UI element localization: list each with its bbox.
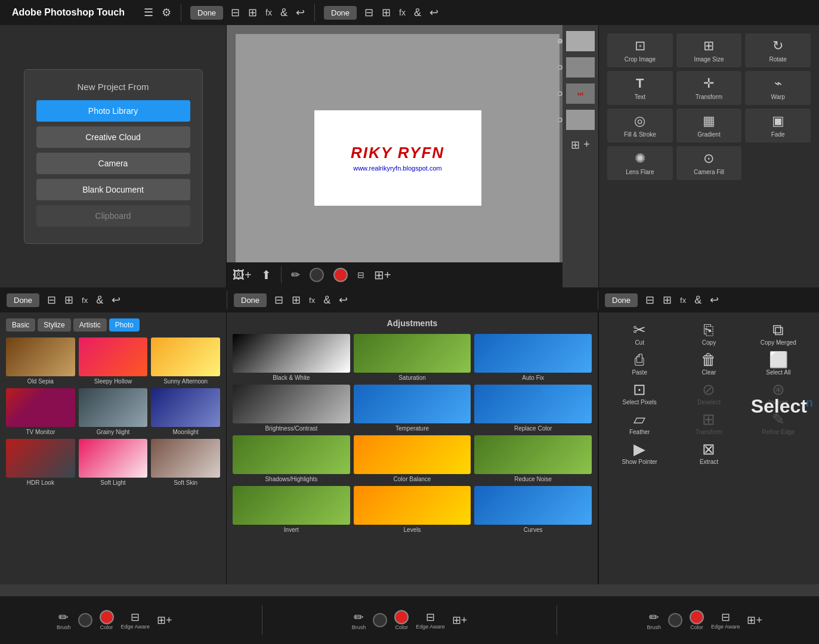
btm-color-red-1[interactable]: Color bbox=[100, 610, 114, 630]
select-refine-edge[interactable]: ✎ Refine Edge bbox=[746, 410, 811, 435]
btm-brush-1[interactable]: ✏ Brush bbox=[57, 610, 71, 630]
tool-rotate[interactable]: ↻ Rotate bbox=[745, 33, 811, 67]
btm-brush-3[interactable]: ✏ Brush bbox=[647, 610, 662, 630]
adj-reduce-noise[interactable]: Reduce Noise bbox=[474, 435, 592, 482]
mid-undo-1[interactable]: ↩ bbox=[109, 291, 123, 309]
adj-curves[interactable]: Curves bbox=[474, 486, 592, 533]
mid-done-2[interactable]: Done bbox=[234, 293, 267, 307]
layer-item-2[interactable] bbox=[566, 57, 595, 78]
filter-tv-monitor[interactable]: TV Monitor bbox=[6, 388, 75, 435]
fx-icon-1[interactable]: fx bbox=[263, 5, 274, 20]
filter-sunny-afternoon[interactable]: Sunny Afternoon bbox=[151, 338, 220, 385]
btm-layers-3[interactable]: ⊞+ bbox=[747, 614, 762, 627]
select-all[interactable]: ⬜ Select All bbox=[746, 351, 811, 376]
btm-color-dark-3[interactable] bbox=[668, 613, 682, 627]
select-extract[interactable]: ⊠ Extract bbox=[676, 440, 741, 465]
btm-edge-1[interactable]: ⊟ Edge Aware bbox=[121, 611, 150, 630]
btm-edge-3[interactable]: ⊟ Edge Aware bbox=[711, 611, 740, 630]
select-icon-2[interactable]: ⊟ bbox=[362, 4, 376, 21]
mid-adjust-3[interactable]: ⊞ bbox=[660, 291, 674, 309]
layer-item-1[interactable] bbox=[566, 31, 595, 51]
filter-moonlight[interactable]: Moonlight bbox=[151, 388, 220, 435]
edge-aware-canvas[interactable]: ⊟ bbox=[357, 270, 364, 280]
mid-amp-2[interactable]: & bbox=[321, 292, 333, 309]
tab-artistic[interactable]: Artistic bbox=[73, 318, 107, 332]
select-show-pointer[interactable]: ▶ Show Pointer bbox=[607, 440, 672, 465]
mid-fx-3[interactable]: fx bbox=[678, 293, 688, 307]
mid-select-3[interactable]: ⊟ bbox=[643, 291, 657, 309]
tool-image-size[interactable]: ⊞ Image Size bbox=[676, 33, 742, 67]
select-transform[interactable]: ⊞ Transform bbox=[676, 410, 741, 435]
adj-brightness[interactable]: Brightness/Contrast bbox=[233, 385, 350, 432]
btm-layers-2[interactable]: ⊞+ bbox=[452, 614, 468, 627]
adj-shadows[interactable]: Shadows/Highlights bbox=[233, 435, 350, 482]
filter-sleepy-hollow[interactable]: Sleepy Hollow bbox=[79, 338, 148, 385]
creative-cloud-button[interactable]: Creative Cloud bbox=[36, 126, 190, 148]
filter-old-sepia[interactable]: Old Sepia bbox=[6, 338, 75, 385]
brush-canvas-icon[interactable]: ✏ bbox=[291, 268, 300, 281]
camera-button[interactable]: Camera bbox=[36, 153, 190, 174]
select-deselect[interactable]: ⊘ Deselect bbox=[676, 380, 741, 405]
tab-photo[interactable]: Photo bbox=[109, 318, 140, 332]
btm-color-dark-1[interactable] bbox=[78, 613, 92, 627]
select-icon-1[interactable]: ⊟ bbox=[228, 4, 242, 21]
adj-black-white[interactable]: Black & White bbox=[233, 334, 350, 381]
select-paste[interactable]: ⎙ Paste bbox=[607, 351, 672, 376]
adjust-icon-1[interactable]: ⊞ bbox=[246, 4, 259, 21]
filter-hdr-look[interactable]: HDR Look bbox=[6, 439, 75, 486]
add-layer-icon[interactable]: + bbox=[583, 138, 590, 151]
select-inverse[interactable]: ⊛ Inverse bbox=[746, 380, 811, 405]
amp-icon-2[interactable]: & bbox=[412, 4, 424, 21]
adj-replace-color[interactable]: Replace Color bbox=[474, 385, 592, 432]
canvas-inner[interactable]: RIKY RYFN www.realrikyryfn.blogspot.com bbox=[314, 110, 481, 206]
tool-fill-stroke[interactable]: ◎ Fill & Stroke bbox=[607, 109, 673, 143]
mid-amp-1[interactable]: & bbox=[94, 292, 106, 309]
undo-icon-1[interactable]: ↩ bbox=[293, 4, 307, 21]
select-pixels[interactable]: ⊡ Select Pixels bbox=[607, 380, 672, 405]
tool-warp[interactable]: ⌁ Warp bbox=[745, 71, 811, 105]
mid-adjust-2[interactable]: ⊞ bbox=[289, 291, 303, 309]
mid-done-3[interactable]: Done bbox=[605, 293, 638, 307]
btm-color-dark-2[interactable] bbox=[373, 613, 387, 627]
select-copy[interactable]: ⎘ Copy bbox=[676, 321, 741, 346]
adj-temperature[interactable]: Temperature bbox=[354, 385, 471, 432]
btm-color-red-2[interactable]: Color bbox=[394, 610, 409, 630]
adj-color-balance[interactable]: Color Balance bbox=[354, 435, 471, 482]
color-red-dot[interactable] bbox=[333, 268, 348, 282]
btm-color-red-3[interactable]: Color bbox=[690, 610, 704, 630]
mid-select-1[interactable]: ⊟ bbox=[45, 291, 58, 309]
filter-grainy-night[interactable]: Grainy Night bbox=[79, 388, 148, 435]
undo-icon-2[interactable]: ↩ bbox=[427, 4, 441, 21]
amp-icon-1[interactable]: & bbox=[278, 4, 290, 21]
btm-layers-1[interactable]: ⊞+ bbox=[157, 614, 172, 627]
tool-transform[interactable]: ✛ Transform bbox=[676, 71, 742, 105]
share-icon[interactable]: ⬆ bbox=[261, 268, 271, 282]
photo-library-button[interactable]: Photo Library bbox=[36, 100, 190, 122]
blank-document-button[interactable]: Blank Document bbox=[36, 179, 190, 200]
color-dark-dot[interactable] bbox=[310, 268, 324, 282]
mid-fx-2[interactable]: fx bbox=[307, 293, 317, 307]
layer-item-3[interactable]: txt bbox=[566, 83, 595, 104]
fx-icon-2[interactable]: fx bbox=[397, 5, 408, 20]
mid-amp-3[interactable]: & bbox=[692, 292, 704, 309]
mid-undo-3[interactable]: ↩ bbox=[707, 291, 721, 309]
select-feather[interactable]: ▱ Feather bbox=[607, 410, 672, 435]
tab-basic[interactable]: Basic bbox=[6, 318, 35, 332]
btm-edge-2[interactable]: ⊟ Edge Aware bbox=[416, 611, 444, 630]
select-copy-merged[interactable]: ⧉ Copy Merged bbox=[746, 321, 811, 346]
adj-auto-fix[interactable]: Auto Fix bbox=[474, 334, 592, 381]
clipboard-button[interactable]: Clipboard bbox=[36, 205, 190, 227]
done-button-2[interactable]: Done bbox=[324, 6, 357, 20]
btm-brush-2[interactable]: ✏ Brush bbox=[352, 610, 366, 630]
mid-done-1[interactable]: Done bbox=[7, 293, 39, 307]
filter-soft-skin[interactable]: Soft Skin bbox=[151, 439, 220, 486]
tool-crop[interactable]: ⊡ Crop Image bbox=[607, 33, 673, 67]
filter-soft-light[interactable]: Soft Light bbox=[79, 439, 148, 486]
settings-icon[interactable]: ⚙ bbox=[159, 4, 174, 21]
tab-stylize[interactable]: Stylize bbox=[38, 318, 70, 332]
tool-text[interactable]: T Text bbox=[607, 71, 673, 105]
adj-saturation[interactable]: Saturation bbox=[354, 334, 471, 381]
select-cut[interactable]: ✂ Cut bbox=[607, 321, 672, 346]
mid-select-2[interactable]: ⊟ bbox=[272, 291, 286, 309]
add-photo-icon[interactable]: 🖼+ bbox=[233, 268, 252, 282]
